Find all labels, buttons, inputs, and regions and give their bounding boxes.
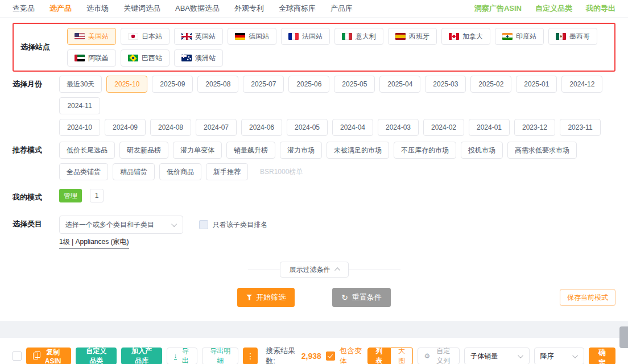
month-options-row2: 2024-10 2024-09 2024-08 2024-07 2024-06 …	[59, 119, 615, 136]
flag-icon	[395, 33, 406, 40]
subcategory-only-checkbox[interactable]	[199, 220, 208, 229]
month-option[interactable]: 2025-10	[106, 76, 147, 93]
site-option[interactable]: 澳洲站	[174, 49, 223, 67]
select-all-checkbox[interactable]	[13, 351, 22, 361]
custom-category-button[interactable]: 自定义品类	[76, 348, 117, 364]
export-detail-button[interactable]: 导出明细	[202, 348, 238, 364]
side-drawer-handle[interactable]	[619, 326, 628, 348]
mode-option[interactable]: 高需求低要求市场	[507, 142, 577, 159]
month-selector-label: 选择月份	[13, 76, 51, 93]
month-option[interactable]: 2025-01	[516, 76, 557, 93]
mode-option[interactable]: 全品类铺货	[59, 163, 108, 180]
site-option[interactable]: 美国站	[67, 28, 116, 45]
month-option[interactable]: 2024-11	[59, 97, 100, 114]
custom-columns-button[interactable]: ⚙ 自定义列	[418, 348, 460, 364]
mode-selector-label: 推荐模式	[13, 142, 51, 159]
mode-option[interactable]: 研发新品榜	[119, 142, 168, 159]
app-page: 查竞品 选产品 选市场 关键词选品 ABA数据选品 外观专利 全球商标库 产品库…	[0, 0, 628, 364]
month-option[interactable]: 2024-10	[59, 119, 100, 136]
month-option[interactable]: 2024-12	[561, 76, 602, 93]
mode-option[interactable]: 销量飙升榜	[226, 142, 275, 159]
category-select[interactable]: 选择一个或多个类目和子类目	[59, 216, 183, 234]
site-option[interactable]: 阿联酋	[67, 49, 116, 67]
reset-filter-button[interactable]: ↻ 重置条件	[332, 288, 391, 307]
save-mode-button[interactable]: 保存当前模式	[560, 289, 615, 306]
view-grid-button[interactable]: 大图	[391, 348, 414, 364]
mode-option[interactable]: 潜力单变体	[173, 142, 222, 159]
start-filter-label: 开始筛选	[256, 292, 286, 303]
site-option[interactable]: 法国站	[281, 28, 330, 45]
mode-option[interactable]: 低价长尾选品	[59, 142, 115, 159]
nav-link[interactable]: 自定义品类	[535, 3, 572, 14]
nav-tab[interactable]: 选市场	[86, 3, 109, 14]
nav-link[interactable]: 我的导出	[586, 3, 615, 14]
collapse-filters-button[interactable]: 展示过滤条件	[280, 262, 349, 278]
manage-mode-button[interactable]: 管理	[59, 189, 82, 202]
mode-option[interactable]: BSR1000榜单	[253, 163, 310, 180]
more-actions-button[interactable]: ⋮	[243, 348, 258, 364]
month-option[interactable]: 2023-12	[514, 119, 555, 136]
start-filter-button[interactable]: 开始筛选	[237, 288, 295, 307]
my-mode-count-chip[interactable]: 1	[90, 189, 104, 202]
month-option[interactable]: 2024-09	[105, 119, 146, 136]
site-option[interactable]: 印度站	[495, 28, 544, 45]
add-to-library-button[interactable]: 加入产品库	[121, 348, 162, 364]
site-option[interactable]: 意大利	[334, 28, 383, 45]
site-option-label: 意大利	[356, 32, 376, 42]
mode-option[interactable]: 精品铺货	[113, 163, 155, 180]
view-list-button[interactable]: 列表	[367, 348, 391, 364]
mode-option[interactable]: 未被满足的市场	[327, 142, 389, 159]
month-option[interactable]: 2024-01	[469, 119, 510, 136]
month-option[interactable]: 2025-05	[334, 76, 375, 93]
nav-tab[interactable]: 选产品	[49, 3, 72, 14]
site-option[interactable]: 巴西站	[121, 49, 170, 67]
nav-tab[interactable]: 关键词选品	[123, 3, 160, 14]
site-option[interactable]: 日本站	[121, 28, 170, 45]
month-option[interactable]: 2024-08	[150, 119, 191, 136]
site-selector-highlight-box: 选择站点 美国站 日本站 英国站	[13, 23, 615, 72]
mode-option[interactable]: 投机市场	[461, 142, 503, 159]
site-option[interactable]: 德国站	[228, 28, 276, 45]
selected-category-path[interactable]: 1级 | Appliances (家电)	[59, 237, 129, 249]
mode-option[interactable]: 低价商品	[159, 163, 201, 180]
month-option[interactable]: 2023-11	[560, 119, 601, 136]
month-option[interactable]: 2024-07	[196, 119, 237, 136]
flag-icon	[556, 33, 566, 40]
month-option[interactable]: 2025-02	[470, 76, 511, 93]
mode-option[interactable]: 潜力市场	[280, 142, 322, 159]
results-panel: 复制ASIN 自定义品类 加入产品库 ↓ 导出 导出明细 ⋮ 搜索结果数: 2,…	[0, 338, 628, 364]
month-option[interactable]: 最近30天	[59, 76, 102, 93]
mode-option[interactable]: 新手推荐	[206, 163, 248, 180]
export-button[interactable]: ↓ 导出	[167, 348, 197, 364]
nav-tab[interactable]: 全球商标库	[279, 3, 316, 14]
site-option[interactable]: 加拿大	[441, 28, 490, 45]
site-option[interactable]: 西班牙	[388, 28, 437, 45]
month-option[interactable]: 2025-07	[243, 76, 284, 93]
site-option[interactable]: 墨西哥	[548, 28, 597, 45]
month-option[interactable]: 2025-03	[425, 76, 466, 93]
include-variants-checkbox[interactable]	[326, 351, 335, 361]
site-option-label: 西班牙	[409, 32, 429, 42]
month-option[interactable]: 2025-04	[379, 76, 420, 93]
site-option[interactable]: 英国站	[174, 28, 223, 45]
month-option[interactable]: 2024-03	[378, 119, 419, 136]
month-option[interactable]: 2024-04	[332, 119, 373, 136]
month-option[interactable]: 2025-06	[288, 76, 329, 93]
sort-field-select[interactable]: 子体销量	[464, 348, 529, 364]
nav-link[interactable]: 洞察广告ASIN	[474, 3, 522, 14]
month-option[interactable]: 2024-05	[287, 119, 328, 136]
flag-icon	[75, 33, 85, 40]
confirm-sort-button[interactable]: 确定	[589, 348, 615, 364]
nav-tab[interactable]: ABA数据选品	[175, 3, 220, 14]
nav-tab[interactable]: 外观专利	[234, 3, 264, 14]
copy-asin-button[interactable]: 复制ASIN	[26, 348, 71, 364]
nav-tab[interactable]: 产品库	[330, 3, 353, 14]
nav-tab[interactable]: 查竞品	[13, 3, 35, 14]
site-option-label: 巴西站	[142, 53, 162, 63]
month-option[interactable]: 2025-08	[197, 76, 238, 93]
month-option[interactable]: 2024-06	[241, 119, 282, 136]
month-option[interactable]: 2024-02	[423, 119, 464, 136]
mode-option[interactable]: 不压库存的市场	[394, 142, 456, 159]
sort-order-select[interactable]: 降序	[534, 348, 584, 364]
month-option[interactable]: 2025-09	[152, 76, 193, 93]
